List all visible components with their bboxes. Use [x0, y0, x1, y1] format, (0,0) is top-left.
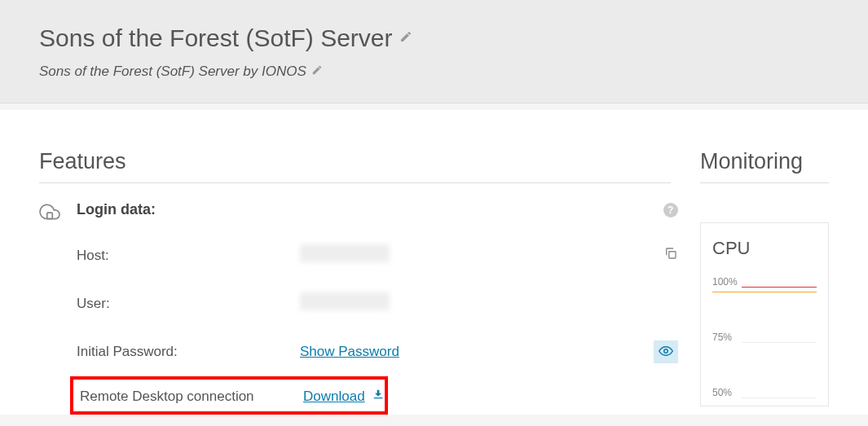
- reveal-password-button[interactable]: [654, 340, 678, 363]
- features-heading: Features: [39, 149, 671, 183]
- cloud-server-icon: [39, 201, 60, 226]
- svg-point-2: [663, 349, 668, 354]
- cpu-tick-75: 75%: [712, 332, 742, 343]
- cpu-chart: 100% 75% 50%: [712, 275, 817, 397]
- user-label: User:: [77, 296, 300, 312]
- pencil-icon[interactable]: [399, 30, 412, 46]
- login-data-section: Login data: ? Host: User: Initial P: [39, 201, 671, 415]
- help-icon[interactable]: ?: [663, 203, 678, 217]
- user-row: User:: [77, 279, 678, 327]
- initial-password-row: Initial Password: Show Password: [77, 327, 678, 376]
- content-area: Features Login data: ? Host: Us: [0, 110, 868, 415]
- cpu-gridline-75: [742, 342, 817, 343]
- login-heading-row: Login data: ?: [77, 201, 678, 218]
- host-label: Host:: [77, 248, 300, 264]
- pencil-icon[interactable]: [311, 64, 323, 79]
- cpu-title: CPU: [712, 238, 817, 259]
- cpu-threshold-line: [712, 292, 817, 292]
- copy-icon[interactable]: [663, 246, 678, 265]
- page-header: Sons of the Forest (SotF) Server Sons of…: [0, 0, 868, 103]
- initial-password-value: Show Password: [300, 344, 654, 360]
- page-subtitle-row: Sons of the Forest (SotF) Server by IONO…: [39, 64, 829, 80]
- rdp-value: Download: [303, 388, 385, 405]
- page-subtitle: Sons of the Forest (SotF) Server by IONO…: [39, 64, 306, 80]
- page-title-row: Sons of the Forest (SotF) Server: [39, 24, 829, 52]
- rdp-label: Remote Desktop connection: [80, 389, 303, 405]
- download-link[interactable]: Download: [303, 389, 365, 405]
- cpu-card: CPU 100% 75% 50%: [700, 222, 829, 406]
- highlight-box: Remote Desktop connection Download: [70, 376, 388, 415]
- page-title: Sons of the Forest (SotF) Server: [39, 24, 393, 52]
- show-password-link[interactable]: Show Password: [300, 344, 399, 359]
- cpu-gridline-100: [742, 287, 817, 288]
- cpu-tick-100: 100%: [712, 276, 742, 288]
- login-body: Login data: ? Host: User: Initial P: [77, 201, 678, 415]
- host-value: [300, 244, 663, 266]
- monitoring-panel: Monitoring CPU 100% 75% 50%: [700, 149, 829, 415]
- host-row: Host:: [77, 231, 678, 279]
- svg-rect-1: [668, 252, 675, 258]
- user-value: [300, 292, 678, 314]
- login-data-heading: Login data:: [77, 201, 156, 218]
- initial-password-label: Initial Password:: [77, 344, 300, 360]
- cpu-gridline-50: [742, 397, 817, 398]
- rdp-row: Remote Desktop connection Download: [73, 388, 385, 405]
- svg-rect-0: [47, 213, 53, 219]
- eye-icon: [659, 344, 673, 360]
- download-icon[interactable]: [372, 388, 385, 405]
- features-panel: Features Login data: ? Host: Us: [39, 149, 671, 415]
- monitoring-heading: Monitoring: [700, 149, 829, 183]
- cpu-tick-50: 50%: [712, 387, 742, 398]
